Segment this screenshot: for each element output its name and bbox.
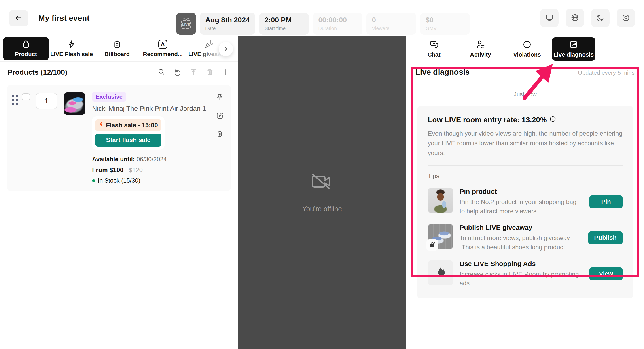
delete-button[interactable] xyxy=(206,68,214,77)
dark-mode-button[interactable] xyxy=(591,9,610,27)
delete-product-button[interactable] xyxy=(216,130,224,138)
left-tabs: Product LIVE Flash sale xyxy=(0,36,238,62)
publish-button[interactable]: Publish xyxy=(588,231,622,244)
stat-viewers: 0 Viewers xyxy=(366,13,416,35)
stock-label: In Stock (15/30) xyxy=(98,177,140,184)
edit-product-button[interactable] xyxy=(216,112,224,120)
tip-image-giveaway-product xyxy=(428,224,453,249)
product-row: 1 Exclusive Nicki Minaj The Pink Print A… xyxy=(7,85,231,191)
move-to-top-button[interactable] xyxy=(190,68,198,77)
tip-description: To attract more views, publish giveaway … xyxy=(460,234,582,252)
tab-label: Recommend... xyxy=(143,51,183,58)
right-tabs: Chat Activity xyxy=(406,36,644,62)
product-actions xyxy=(208,92,231,184)
tip-description: Pin the No.2 product in your shopping ba… xyxy=(460,198,583,216)
product-checkbox[interactable] xyxy=(22,93,30,101)
add-product-button[interactable] xyxy=(222,68,230,77)
reset-button[interactable] xyxy=(174,68,182,77)
tip-description: Increase clicks in LIVE Room by promotin… xyxy=(460,270,583,288)
shopping-bag-icon xyxy=(22,40,30,49)
live-event-manager-page: My first event LIVE Aug 8th 2024 Date 2:… xyxy=(0,0,644,349)
tab-label: Chat xyxy=(428,51,440,58)
product-name: Nicki Minaj The Pink Print Air Jordan 1 xyxy=(92,105,206,112)
tab-live-flash-sale[interactable]: LIVE Flash sale xyxy=(49,37,94,60)
product-order-input[interactable]: 1 xyxy=(36,93,57,109)
tip-image-host-portrait xyxy=(428,188,453,213)
diagnosis-header: Live diagnosis Updated every 5 mins xyxy=(406,62,644,77)
stat-value: 2:00 PM xyxy=(264,16,304,24)
stock-dot-icon xyxy=(92,179,95,182)
pin-button[interactable]: Pin xyxy=(590,195,622,208)
main: Product LIVE Flash sale xyxy=(0,36,644,349)
tab-product[interactable]: Product xyxy=(3,37,49,60)
tip-row-publish-giveaway: Publish LIVE giveaway To attract more vi… xyxy=(428,224,622,252)
search-button[interactable] xyxy=(158,68,166,77)
flash-bolt-icon xyxy=(99,122,104,129)
tips-label: Tips xyxy=(428,172,622,180)
undo-icon xyxy=(174,68,182,77)
tip-title: Use LIVE Shopping Ads xyxy=(460,260,583,268)
tip-row-shopping-ads: Use LIVE Shopping Ads Increase clicks in… xyxy=(428,260,622,288)
tab-label: Live diagnosis xyxy=(554,51,594,58)
tab-label: Billboard xyxy=(105,51,130,58)
view-button[interactable]: View xyxy=(590,267,622,280)
product-info: Exclusive Nicki Minaj The Pink Print Air… xyxy=(92,92,206,184)
product-image xyxy=(64,92,86,115)
diagnosis-description: Even though your video views are high, t… xyxy=(428,129,622,158)
display-settings-button[interactable] xyxy=(540,9,558,27)
original-price: $120 xyxy=(129,166,143,173)
price: From $100 $120 xyxy=(92,166,143,174)
stat-label: GMV xyxy=(426,26,464,31)
back-arrow-icon xyxy=(14,14,23,23)
exclusive-badge: Exclusive xyxy=(92,92,126,102)
drag-handle-icon[interactable] xyxy=(12,95,18,105)
stat-label: Date xyxy=(205,26,250,31)
letter-a-icon: A xyxy=(158,40,167,49)
tab-live-diagnosis[interactable]: Live diagnosis xyxy=(552,37,596,61)
start-flash-sale-button[interactable]: Start flash sale xyxy=(95,134,162,147)
tip-body: Use LIVE Shopping Ads Increase clicks in… xyxy=(460,260,583,288)
stat-label: Viewers xyxy=(372,26,411,31)
stat-start-time: 2:00 PM Start time xyxy=(259,13,309,35)
header: My first event LIVE Aug 8th 2024 Date 2:… xyxy=(0,0,644,36)
alert-circle-icon xyxy=(522,40,532,49)
tip-title: Publish LIVE giveaway xyxy=(460,224,582,231)
activity-user-icon xyxy=(476,40,485,49)
stat-date: Aug 8th 2024 Date xyxy=(200,13,255,35)
language-button[interactable] xyxy=(566,9,584,27)
tabs-scroll-right-button[interactable] xyxy=(219,42,233,56)
tab-label: LIVE Flash sale xyxy=(50,51,93,58)
info-icon[interactable] xyxy=(550,116,556,124)
tab-activity[interactable]: Activity xyxy=(459,37,502,61)
chevron-right-icon xyxy=(223,46,229,52)
tab-billboard[interactable]: Billboard xyxy=(94,37,140,60)
stat-gmv: $0 GMV xyxy=(420,13,470,35)
moon-icon xyxy=(596,13,605,23)
diagnosis-headline-row: Low LIVE room entry rate: 13.20% xyxy=(428,116,622,124)
chat-icon xyxy=(429,40,439,49)
pin-product-button[interactable] xyxy=(216,94,224,102)
diagnosis-updated: Updated every 5 mins xyxy=(578,69,634,76)
stat-value: $0 xyxy=(426,16,464,24)
tab-chat[interactable]: Chat xyxy=(412,37,456,61)
diagnosis-chart-icon xyxy=(569,40,578,49)
header-actions xyxy=(540,9,635,27)
gear-icon xyxy=(622,13,630,23)
lightning-icon xyxy=(67,40,76,49)
svg-text:LIVE: LIVE xyxy=(182,23,190,27)
tab-label: Product xyxy=(15,51,37,58)
flash-sale-badge: Flash sale - 15:00 xyxy=(95,120,162,131)
back-button[interactable] xyxy=(9,10,28,27)
monitor-icon xyxy=(545,13,554,23)
availability: Available until: 06/30/2024 xyxy=(92,156,167,163)
stat-label: Start time xyxy=(264,26,304,31)
products-toolbar xyxy=(158,68,230,77)
stat-label: Duration xyxy=(318,26,357,31)
products-title: Products (12/100) xyxy=(8,68,67,77)
settings-button[interactable] xyxy=(617,9,635,27)
tab-recommend[interactable]: A Recommend... xyxy=(140,37,186,60)
pin-icon xyxy=(216,94,224,102)
tab-violations[interactable]: Violations xyxy=(505,37,549,61)
edit-icon xyxy=(216,112,224,120)
diagnosis-card: Low LIVE room entry rate: 13.20% Even th… xyxy=(418,106,633,298)
